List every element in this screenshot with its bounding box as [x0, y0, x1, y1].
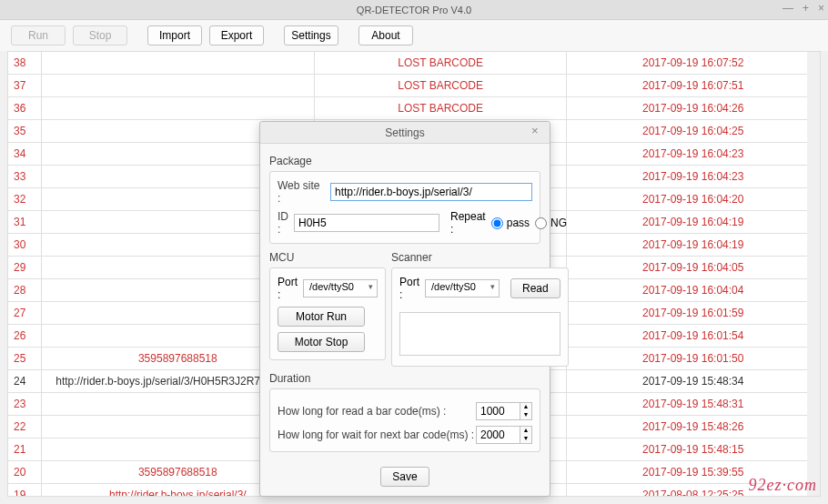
row-time: 2017-09-19 16:01:54 — [567, 325, 820, 348]
export-button[interactable]: Export — [209, 25, 264, 45]
row-time: 2017-09-19 16:07:51 — [567, 75, 820, 97]
package-group: Web site : ID : Repeat : pass NG — [269, 171, 540, 244]
repeat-pass-label: pass — [507, 217, 530, 229]
table-row[interactable]: 37LOST BARCODE2017-09-19 16:07:51 — [8, 75, 820, 97]
row-index: 26 — [8, 325, 41, 348]
row-time: 2017-09-19 15:48:31 — [567, 393, 820, 416]
import-button[interactable]: Import — [147, 25, 202, 45]
save-button[interactable]: Save — [380, 467, 429, 487]
row-time: 2017-08-08 12:25:25 — [567, 484, 820, 498]
row-time: 2017-09-19 15:48:26 — [567, 416, 820, 438]
row-time: 2017-09-19 15:48:34 — [567, 370, 820, 393]
table-row[interactable]: 38LOST BARCODE2017-09-19 16:07:52 — [8, 52, 820, 75]
mcu-group: Port : /dev/ttyS0 Motor Run Motor Stop — [269, 267, 386, 360]
row-status: LOST BARCODE — [314, 75, 567, 97]
row-time: 2017-09-19 16:04:23 — [567, 166, 820, 188]
scanner-read-button[interactable]: Read — [510, 278, 560, 298]
read-ms-down[interactable]: ▼ — [520, 411, 531, 419]
dialog-close-icon[interactable]: × — [531, 126, 544, 138]
motor-stop-button[interactable]: Motor Stop — [278, 332, 365, 352]
scanner-group: Port : /dev/ttyS0 Read — [391, 267, 569, 367]
run-button[interactable]: Run — [11, 25, 66, 45]
main-toolbar: Run Stop Import Export Settings About — [0, 20, 828, 51]
row-time: 2017-09-19 15:48:15 — [567, 438, 820, 461]
row-index: 31 — [8, 211, 41, 234]
row-time: 2017-09-19 16:04:19 — [567, 211, 820, 234]
repeat-label: Repeat : — [450, 210, 486, 236]
duration-group: How long for read a bar code(ms) : ▲▼ Ho… — [269, 388, 540, 452]
row-index: 38 — [8, 52, 41, 75]
row-time: 2017-09-19 16:07:52 — [567, 52, 820, 75]
row-time: 2017-09-19 16:01:50 — [567, 348, 820, 370]
motor-run-button[interactable]: Motor Run — [278, 307, 365, 327]
scanner-port-select[interactable]: /dev/ttyS0 — [425, 279, 500, 297]
id-input[interactable] — [294, 214, 439, 232]
row-index: 22 — [8, 416, 41, 438]
window-title: QR-DETECTOR Pro V4.0 — [0, 5, 828, 15]
row-index: 30 — [8, 234, 41, 257]
about-button[interactable]: About — [358, 25, 413, 45]
row-time: 2017-09-19 16:04:23 — [567, 143, 820, 166]
scanner-legend: Scanner — [391, 251, 569, 264]
repeat-ng-radio[interactable]: NG — [535, 217, 567, 229]
repeat-pass-radio[interactable]: pass — [491, 217, 530, 229]
row-time: 2017-09-19 16:01:59 — [567, 302, 820, 325]
row-index: 37 — [8, 75, 41, 97]
row-index: 27 — [8, 302, 41, 325]
scanner-port-label: Port : — [399, 276, 419, 301]
table-row[interactable]: 36LOST BARCODE2017-09-19 16:04:26 — [8, 97, 820, 120]
id-label: ID : — [278, 210, 288, 236]
row-index: 24 — [8, 370, 41, 393]
duration-legend: Duration — [269, 372, 540, 385]
repeat-ng-label: NG — [550, 217, 567, 229]
row-index: 35 — [8, 120, 41, 143]
read-ms-label: How long for read a bar code(ms) : — [278, 405, 476, 418]
row-index: 21 — [8, 438, 41, 461]
window-close-icon[interactable]: × — [818, 2, 824, 15]
settings-button[interactable]: Settings — [284, 25, 338, 45]
row-status: LOST BARCODE — [314, 97, 567, 120]
row-index: 32 — [8, 188, 41, 211]
row-index: 36 — [8, 97, 41, 120]
row-time: 2017-09-19 15:39:55 — [567, 461, 820, 484]
row-payload — [41, 75, 314, 97]
wait-ms-up[interactable]: ▲ — [520, 427, 531, 435]
wait-ms-label: How long for wait for next bar code(ms) … — [278, 428, 476, 441]
mcu-port-label: Port : — [278, 276, 298, 301]
website-input[interactable] — [330, 183, 532, 201]
scanner-output[interactable] — [399, 312, 560, 356]
wait-ms-input[interactable] — [476, 426, 520, 444]
row-payload — [41, 52, 314, 75]
window-maximize-icon[interactable]: + — [803, 2, 809, 15]
row-index: 28 — [8, 279, 41, 302]
dialog-title: Settings — [385, 126, 424, 139]
mcu-legend: MCU — [269, 251, 386, 264]
window-titlebar: QR-DETECTOR Pro V4.0 — + × — [0, 0, 828, 20]
website-label: Web site : — [278, 179, 325, 205]
wait-ms-down[interactable]: ▼ — [520, 435, 531, 443]
dialog-titlebar[interactable]: Settings × — [260, 122, 550, 144]
row-index: 23 — [8, 393, 41, 416]
read-ms-input[interactable] — [476, 402, 520, 420]
table-scrollbar[interactable] — [807, 52, 820, 496]
row-time: 2017-09-19 16:04:05 — [567, 257, 820, 279]
row-time: 2017-09-19 16:04:26 — [567, 97, 820, 120]
row-index: 34 — [8, 143, 41, 166]
row-status: LOST BARCODE — [314, 52, 567, 75]
row-index: 19 — [8, 484, 41, 498]
row-time: 2017-09-19 16:04:19 — [567, 234, 820, 257]
row-time: 2017-09-19 16:04:25 — [567, 120, 820, 143]
window-minimize-icon[interactable]: — — [783, 2, 793, 15]
read-ms-up[interactable]: ▲ — [520, 403, 531, 411]
row-index: 20 — [8, 461, 41, 484]
row-time: 2017-09-19 16:04:20 — [567, 188, 820, 211]
package-legend: Package — [269, 155, 540, 167]
row-time: 2017-09-19 16:04:04 — [567, 279, 820, 302]
mcu-port-select[interactable]: /dev/ttyS0 — [303, 279, 378, 297]
row-index: 33 — [8, 166, 41, 188]
row-payload — [41, 97, 314, 120]
settings-dialog: Settings × Package Web site : ID : Repea… — [259, 121, 550, 497]
row-index: 29 — [8, 257, 41, 279]
stop-button[interactable]: Stop — [73, 25, 127, 45]
row-index: 25 — [8, 348, 41, 370]
